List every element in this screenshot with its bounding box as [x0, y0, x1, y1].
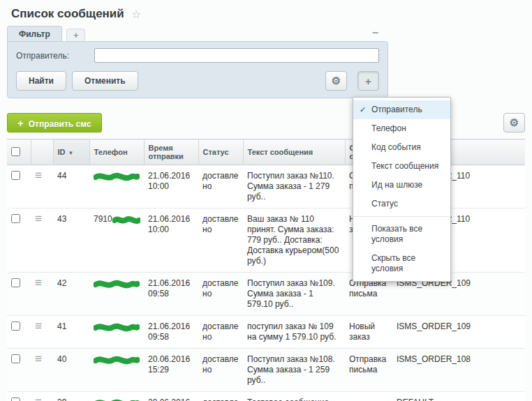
row-select-cell [7, 165, 31, 209]
cell-text: поступил заказ № 109 на сумму 1 579.10 р… [243, 316, 345, 349]
cell-event-code: DEFAULT [392, 392, 525, 401]
sender-field-label: Отправитель: [16, 51, 94, 61]
page-title: Список сообщений [11, 7, 124, 20]
add-filter-condition-button[interactable]: + [357, 71, 379, 91]
column-header-text[interactable]: Текст сообщения [243, 139, 345, 165]
cell-time: 20.06.201615:29 [144, 349, 198, 392]
filter-tab[interactable]: Фильтр [7, 26, 62, 41]
grid-settings-gear-icon[interactable]: ⚙ [503, 113, 525, 133]
cell-id: 39 [53, 392, 89, 401]
row-select-cell [7, 316, 31, 349]
cell-phone [89, 165, 144, 209]
cell-text: Поступил заказ №110. Сумма заказа - 1 27… [243, 165, 345, 209]
column-header-time[interactable]: Время отправки [144, 139, 198, 165]
cell-phone [89, 316, 144, 349]
row-menu-icon[interactable]: ≡ [35, 171, 42, 181]
row-select-cell [7, 209, 31, 273]
cancel-button[interactable]: Отменить [72, 71, 138, 91]
row-menu-icon[interactable]: ≡ [35, 321, 42, 331]
phone-redaction-scribble [94, 323, 140, 332]
filter-body: Отправитель: Найти Отменить ⚙ + [7, 41, 388, 98]
phone-fragment: 7910 [94, 214, 112, 225]
cell-time: 21.06.201609:58 [144, 273, 198, 316]
row-checkbox[interactable] [11, 398, 20, 401]
menu-item-message-text[interactable]: Текст сообщения [353, 157, 450, 176]
cell-status: доставлено [198, 273, 243, 316]
cell-id: 43 [53, 209, 89, 273]
cell-text: Поступил заказ №108. Сумма заказа - 1 25… [243, 349, 345, 392]
menu-item-hide-all-conditions[interactable]: Скрыть все условия [353, 249, 450, 278]
row-checkbox[interactable] [11, 321, 20, 331]
cell-time: 20.06.201614:40 [144, 392, 198, 401]
row-menu-icon[interactable]: ≡ [35, 278, 42, 288]
cell-status: доставлено [198, 349, 243, 392]
filter-field-menu: ✓Отправитель Телефон Код события Текст с… [353, 97, 451, 282]
cell-phone [89, 392, 144, 401]
cell-phone [89, 349, 144, 392]
row-checkbox[interactable] [11, 278, 20, 287]
phone-redaction-scribble [112, 215, 140, 225]
cell-time: 21.06.201610:00 [144, 209, 198, 273]
cell-event-code: ISMS_ORDER_109 [392, 316, 525, 349]
row-menu-icon[interactable]: ≡ [35, 354, 42, 364]
row-select-cell [7, 273, 31, 316]
cell-status: доставлено [198, 392, 243, 401]
checkmark-icon: ✓ [360, 105, 366, 115]
row-select-cell [7, 349, 31, 392]
favorite-star-icon[interactable]: ☆ [131, 8, 141, 20]
cell-event-code: ISMS_ORDER_108 [392, 349, 525, 392]
filter-settings-gear-icon[interactable]: ⚙ [325, 71, 347, 91]
column-header-id[interactable]: ID▼ [53, 139, 89, 165]
cell-event-desc [345, 392, 392, 401]
sender-input[interactable] [94, 48, 379, 63]
menu-item-gateway-id[interactable]: Ид на шлюзе [353, 176, 450, 195]
page-header: Список сообщений ☆ [0, 0, 532, 26]
row-checkbox[interactable] [11, 171, 20, 180]
menu-divider [353, 216, 450, 217]
select-all-checkbox[interactable] [11, 147, 20, 156]
send-sms-button[interactable]: +Отправить смс [7, 113, 102, 133]
cell-status: доставлено [198, 165, 243, 209]
plus-icon: + [17, 117, 24, 129]
cell-phone [89, 273, 144, 316]
cell-text: Ваш заказ № 110 принят. Сумма заказа: 77… [243, 209, 345, 273]
cell-status: доставлено [198, 316, 243, 349]
cell-text: Поступил заказ №109. Сумма заказа - 1 57… [243, 273, 345, 316]
cell-event-desc: Новый заказ [345, 316, 392, 349]
find-button[interactable]: Найти [16, 71, 66, 91]
row-checkbox[interactable] [11, 214, 20, 223]
row-select-cell [7, 392, 31, 401]
filter-tabs: Фильтр + − [7, 26, 388, 41]
filter-panel: Фильтр + − Отправитель: Найти Отменить ⚙… [7, 26, 388, 98]
cell-id: 44 [53, 165, 89, 209]
menu-item-show-all-conditions[interactable]: Показать все условия [353, 220, 450, 249]
table-row[interactable]: ≡ 41 21.06.201609:58 доставлено поступил… [7, 316, 525, 349]
column-header-phone[interactable]: Телефон [89, 139, 144, 165]
column-header-status[interactable]: Статус [198, 139, 243, 165]
phone-redaction-scribble [94, 172, 140, 181]
sort-desc-icon: ▼ [68, 150, 74, 156]
table-row[interactable]: ≡ 40 20.06.201615:29 доставлено Поступил… [7, 349, 525, 392]
phone-redaction-scribble [94, 356, 140, 365]
cell-event-desc: Отправка письма [345, 349, 392, 392]
menu-item-status[interactable]: Статус [353, 195, 450, 213]
table-row[interactable]: ≡ 39 20.06.201614:40 доставлено Тестовое… [7, 392, 525, 401]
row-menu-icon[interactable]: ≡ [35, 214, 42, 224]
cell-text: Тестовое сообщение [243, 392, 345, 401]
cell-phone: 7910 [89, 209, 144, 273]
menu-item-event-code[interactable]: Код события [353, 138, 450, 157]
collapse-filter-icon[interactable]: − [372, 27, 378, 38]
cell-id: 42 [53, 273, 89, 316]
row-menu-icon[interactable]: ≡ [35, 398, 42, 401]
cell-time: 21.06.201610:00 [144, 165, 198, 209]
add-filter-tab[interactable]: + [66, 29, 85, 41]
select-all-cell [7, 139, 31, 165]
cell-time: 21.06.201609:58 [144, 316, 198, 349]
phone-redaction-scribble [94, 280, 140, 289]
menu-item-sender[interactable]: ✓Отправитель [353, 100, 450, 119]
cell-status: доставлено [198, 209, 243, 273]
row-checkbox[interactable] [11, 354, 20, 363]
menu-item-phone[interactable]: Телефон [353, 119, 450, 138]
menu-column-header [31, 139, 53, 165]
cell-id: 41 [53, 316, 89, 349]
